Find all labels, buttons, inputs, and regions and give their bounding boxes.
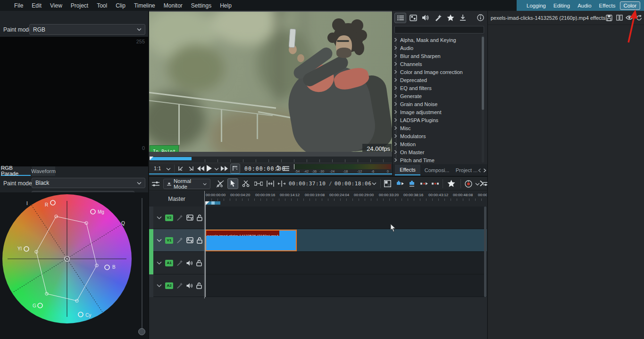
effect-category-grain[interactable]: Grain and Noise xyxy=(394,100,480,108)
timeline-zone-handle[interactable] xyxy=(211,201,215,205)
track-lane-a1[interactable] xyxy=(205,252,487,274)
razor-all-tracks-icon[interactable] xyxy=(216,180,224,188)
video-effects-icon[interactable] xyxy=(410,15,417,21)
effect-category-channels[interactable]: Channels xyxy=(394,60,480,68)
chevron-down-icon[interactable] xyxy=(166,167,171,171)
effect-category-alpha[interactable]: Alpha, Mask and Keying xyxy=(394,36,480,44)
lock-open-icon[interactable] xyxy=(197,237,202,244)
rewind-icon[interactable] xyxy=(197,166,204,171)
effect-category-eq[interactable]: EQ and filters xyxy=(394,84,480,92)
menu-monitor[interactable]: Monitor xyxy=(160,1,186,10)
goto-in-point-icon[interactable] xyxy=(177,165,184,172)
show-video-icon[interactable] xyxy=(186,237,193,243)
tab-scroll-left-icon[interactable] xyxy=(478,168,481,173)
track-header-a1[interactable]: A1 xyxy=(153,252,204,274)
track-target-v1[interactable] xyxy=(149,229,153,252)
track-badge[interactable]: V1 xyxy=(165,237,173,244)
effect-category-audio[interactable]: Audio xyxy=(394,44,480,52)
track-effects-icon[interactable] xyxy=(176,215,183,221)
timeline-clip[interactable]: pexels-imad-clicks-14132526 (2160p).mp4 xyxy=(205,230,297,251)
spacer-tool-icon[interactable] xyxy=(254,182,263,186)
chevron-down-icon[interactable] xyxy=(157,284,162,288)
monitor-zone-bar[interactable] xyxy=(150,157,192,160)
track-badge[interactable]: V2 xyxy=(165,215,173,221)
razor-tool-icon[interactable] xyxy=(242,181,250,187)
mute-track-icon[interactable] xyxy=(186,260,193,266)
layout-audio[interactable]: Audio xyxy=(574,2,594,9)
track-badge[interactable]: A1 xyxy=(165,260,173,266)
tab-compositions[interactable]: Composi... xyxy=(423,165,451,175)
lift-zone-icon[interactable] xyxy=(432,182,439,186)
track-header-v1[interactable]: V1 xyxy=(153,229,204,252)
mixed-audio-video-icon[interactable] xyxy=(384,180,391,187)
track-target-v2[interactable] xyxy=(149,207,153,229)
track-effects-icon[interactable] xyxy=(176,260,183,266)
timeline-scrollbar-thumb[interactable] xyxy=(484,207,486,297)
tab-project[interactable]: Project ... xyxy=(453,165,480,175)
effect-category-ladspa[interactable]: LADSPA Plugins xyxy=(394,116,480,124)
vectorscope-slider-track[interactable] xyxy=(142,198,142,331)
paint-mode-select[interactable]: RGB xyxy=(29,24,145,35)
menu-file[interactable]: File xyxy=(10,1,27,10)
effect-category-on-master[interactable]: On Master xyxy=(394,148,480,156)
divider-left[interactable] xyxy=(148,11,149,339)
monitor-zoom-level[interactable]: 1:1 xyxy=(154,165,161,171)
divider-right[interactable] xyxy=(487,11,488,339)
lock-open-icon[interactable] xyxy=(196,260,202,266)
timecode-spinner[interactable] xyxy=(276,165,280,171)
track-header-v2[interactable]: V2 xyxy=(153,207,204,229)
track-header-a2[interactable]: A2 xyxy=(153,274,204,297)
chevron-down-icon[interactable] xyxy=(372,182,376,185)
save-effect-stack-icon[interactable] xyxy=(606,15,612,21)
track-target-a2[interactable] xyxy=(149,274,153,297)
extract-zone-icon[interactable] xyxy=(420,182,428,186)
vectorscope-slider-knob[interactable] xyxy=(138,328,145,335)
tab-effects[interactable]: Effects xyxy=(395,165,420,175)
effect-category-pitch[interactable]: Pitch and Time xyxy=(394,156,480,164)
insert-zone-icon[interactable] xyxy=(396,181,404,187)
show-video-icon[interactable] xyxy=(186,215,193,221)
chevron-right-large-icon[interactable] xyxy=(479,180,484,187)
layout-logging[interactable]: Logging xyxy=(523,2,549,9)
timeline-settings-icon[interactable] xyxy=(152,181,159,187)
mute-track-icon[interactable] xyxy=(186,282,193,289)
timeline-ruler[interactable]: 00:00:00:00 00:00:04:20 00:00:09:16 00:0… xyxy=(205,191,487,207)
effect-category-image-adjustment[interactable]: Image adjustment xyxy=(394,108,480,116)
edit-mode-select[interactable]: Normal Mode xyxy=(163,179,210,189)
timeline-playhead[interactable] xyxy=(205,204,206,297)
track-target-a1[interactable] xyxy=(149,252,153,274)
favorite-effects-icon[interactable] xyxy=(447,180,455,187)
effect-category-color[interactable]: Color and Image correction xyxy=(394,68,480,76)
monitor-ruler[interactable] xyxy=(149,157,392,163)
menu-timeline[interactable]: Timeline xyxy=(130,1,159,10)
effects-scrollbar-thumb[interactable] xyxy=(482,37,484,110)
view-mode-list-button[interactable] xyxy=(394,13,406,23)
goto-out-point-icon[interactable] xyxy=(188,165,194,172)
chevron-down-icon[interactable] xyxy=(157,216,162,220)
resize-item-end-icon[interactable] xyxy=(278,181,285,187)
track-lane-v2[interactable] xyxy=(205,207,487,229)
render-preview-icon[interactable] xyxy=(465,180,472,188)
timeline-playhead-flag[interactable] xyxy=(205,201,209,206)
timeline-position-timecode[interactable]: 00:00:37:10 xyxy=(289,181,326,187)
effect-category-generate[interactable]: Generate xyxy=(394,92,480,100)
tab-waveform[interactable]: Waveform xyxy=(32,166,55,176)
track-lane-a2[interactable] xyxy=(205,274,487,297)
menu-edit[interactable]: Edit xyxy=(28,1,45,10)
layout-editing[interactable]: Editing xyxy=(550,2,573,9)
effect-category-motion[interactable]: Motion xyxy=(394,140,480,148)
audio-effects-icon[interactable] xyxy=(422,14,429,21)
chevron-down-icon[interactable] xyxy=(157,261,162,265)
tab-rgb-parade[interactable]: RGB Parade xyxy=(1,166,31,176)
menu-settings[interactable]: Settings xyxy=(187,1,215,10)
effect-category-modulators[interactable]: Modulators xyxy=(394,132,480,140)
custom-effects-icon[interactable] xyxy=(435,14,442,21)
divider-monitor-effects[interactable] xyxy=(392,11,393,177)
chevron-down-icon[interactable] xyxy=(214,167,219,171)
menu-tool[interactable]: Tool xyxy=(93,1,111,10)
info-icon[interactable] xyxy=(477,14,484,21)
layout-effects[interactable]: Effects xyxy=(596,2,619,9)
effect-category-deprecated[interactable]: Deprecated xyxy=(394,76,480,84)
zone-mode-button[interactable] xyxy=(230,164,240,174)
selection-tool-button[interactable] xyxy=(227,178,238,189)
